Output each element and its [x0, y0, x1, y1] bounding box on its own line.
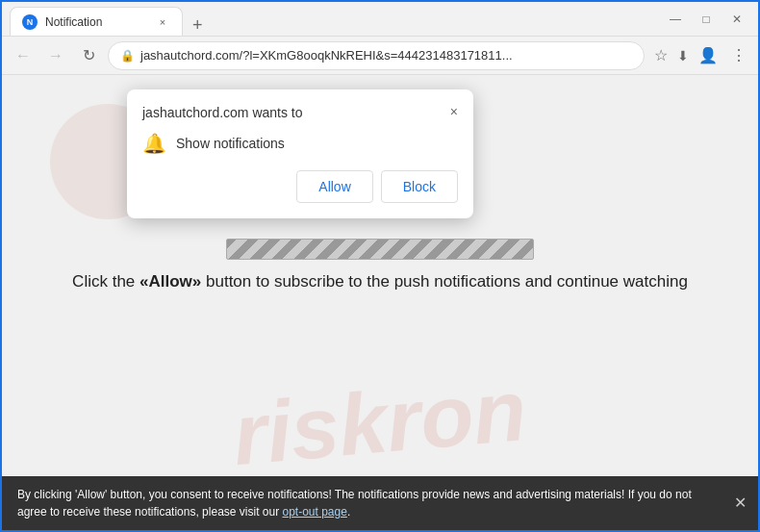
lock-icon: 🔒: [120, 49, 135, 63]
page-content: jashautchord.com wants to × 🔔 Show notif…: [2, 75, 758, 530]
profile-icon[interactable]: 👤: [695, 42, 722, 68]
popup-header: jashautchord.com wants to ×: [142, 105, 458, 120]
tab-area: N Notification × +: [10, 2, 654, 36]
bookmark-icon[interactable]: ☆: [650, 42, 671, 68]
active-tab[interactable]: N Notification ×: [10, 7, 183, 36]
address-bar: ← → ↻ 🔒 jashautchord.com/?l=XKmG8ooqkNkR…: [2, 37, 758, 75]
notification-popup: jashautchord.com wants to × 🔔 Show notif…: [127, 89, 473, 218]
watermark-text: riskron: [230, 361, 531, 485]
allow-button[interactable]: Allow: [296, 170, 372, 203]
forward-button[interactable]: →: [42, 42, 69, 69]
permission-text: Show notifications: [176, 136, 285, 151]
bottom-text-after-link: .: [347, 505, 350, 519]
tab-favicon: N: [22, 14, 38, 30]
browser-frame: N Notification × + — □ ✕ ← → ↻ 🔒 jashaut…: [0, 0, 760, 532]
downloads-icon[interactable]: ⬇: [677, 48, 689, 63]
refresh-button[interactable]: ↻: [75, 42, 102, 69]
url-text: jashautchord.com/?l=XKmG8ooqkNkREHI&s=44…: [140, 48, 632, 63]
instructions-text: Click the «Allow» button to subscribe to…: [2, 272, 758, 291]
menu-icon[interactable]: ⋮: [727, 42, 750, 68]
popup-permission: 🔔 Show notifications: [142, 132, 458, 155]
allow-highlight: «Allow»: [139, 272, 201, 291]
tab-close-button[interactable]: ×: [155, 14, 170, 30]
bottom-text-before-link: By clicking 'Allow' button, you consent …: [17, 488, 692, 519]
title-bar: N Notification × + — □ ✕: [2, 2, 758, 37]
opt-out-link[interactable]: opt-out page: [282, 505, 346, 519]
popup-buttons: Allow Block: [142, 170, 458, 203]
favicon-letter: N: [27, 17, 34, 27]
back-button[interactable]: ←: [10, 42, 37, 69]
close-window-button[interactable]: ✕: [723, 10, 750, 29]
watermark: riskron: [2, 373, 758, 472]
new-tab-button[interactable]: +: [187, 15, 209, 36]
popup-title: jashautchord.com wants to: [142, 105, 303, 120]
block-button[interactable]: Block: [381, 170, 458, 203]
progress-area: [2, 239, 758, 260]
bottom-bar-text: By clicking 'Allow' button, you consent …: [17, 486, 720, 520]
minimize-button[interactable]: —: [662, 10, 689, 29]
maximize-button[interactable]: □: [693, 10, 720, 29]
progress-bar: [226, 239, 534, 260]
window-controls: — □ ✕: [662, 10, 750, 29]
bottom-bar-close-button[interactable]: ✕: [734, 492, 747, 515]
url-bar[interactable]: 🔒 jashautchord.com/?l=XKmG8ooqkNkREHI&s=…: [108, 41, 645, 70]
bottom-notification-bar: By clicking 'Allow' button, you consent …: [2, 476, 758, 530]
bell-icon: 🔔: [142, 132, 166, 155]
tab-title: Notification: [45, 15, 102, 29]
popup-close-icon[interactable]: ×: [450, 105, 458, 118]
